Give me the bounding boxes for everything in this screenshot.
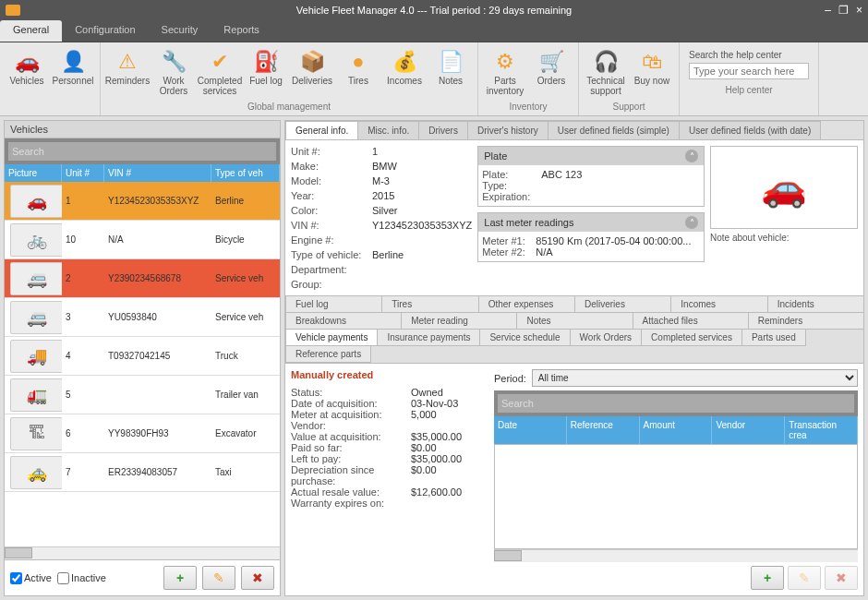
plate-collapse-icon[interactable]: ˄ (685, 150, 698, 162)
detail-row: Warranty expires on: (291, 498, 485, 509)
subtab-service-schedule[interactable]: Service schedule (479, 329, 570, 346)
col-unit[interactable]: Unit # (62, 164, 104, 182)
tab-user-defined-fields-with-date-[interactable]: User defined fields (with date) (679, 121, 821, 139)
technical-support-icon: 🎧 (594, 50, 619, 74)
minimize-button[interactable]: – (825, 4, 831, 17)
table-row[interactable]: 🚕7ER23394083057Taxi (5, 453, 280, 492)
subtab-deliveries[interactable]: Deliveries (574, 295, 671, 313)
ribbon-orders[interactable]: 🛒Orders (528, 48, 574, 88)
subtab-tires[interactable]: Tires (381, 295, 478, 313)
ribbon-vehicles[interactable]: 🚗Vehicles (4, 48, 50, 88)
delete-payment-button[interactable]: ✖ (825, 566, 858, 590)
ribbon-fuel-log[interactable]: ⛽Fuel log (243, 48, 289, 88)
ribbon-completed-services[interactable]: ✔Completed services (197, 48, 243, 98)
ribbon-work-orders[interactable]: 🔧Work Orders (151, 48, 197, 98)
subtab-breakdowns[interactable]: Breakdowns (285, 312, 402, 330)
info-row: Type of vehicle:Berline (291, 249, 472, 260)
inactive-checkbox[interactable]: Inactive (57, 572, 106, 584)
menu-configuration[interactable]: Configuration (62, 20, 148, 42)
ribbon-tires[interactable]: ●Tires (335, 48, 381, 88)
subtab-parts-used[interactable]: Parts used (741, 329, 806, 346)
ribbon-buy-now[interactable]: 🛍Buy now (629, 48, 675, 88)
col-date[interactable]: Date (494, 416, 567, 444)
menu-reports[interactable]: Reports (211, 20, 272, 42)
ribbon-incomes[interactable]: 💰Incomes (381, 48, 428, 88)
col-vendor[interactable]: Vendor (712, 416, 785, 444)
edit-vehicle-button[interactable]: ✎ (202, 566, 235, 590)
meter-collapse-icon[interactable]: ˄ (685, 216, 698, 229)
subtab-notes[interactable]: Notes (516, 312, 633, 330)
subtab-attached-files[interactable]: Attached files (633, 312, 749, 330)
table-row[interactable]: 🚐3YU0593840Service veh (5, 298, 280, 337)
restore-button[interactable]: ❐ (838, 4, 849, 17)
table-row[interactable]: 🏗6YY98390FH93Excavator (5, 414, 280, 453)
subtab-insurance-payments[interactable]: Insurance payments (377, 329, 480, 346)
table-row[interactable]: 🚐2Y2390234568678Service veh (5, 259, 280, 298)
ribbon-reminders[interactable]: ⚠Reminders (104, 48, 151, 88)
subtab-incidents[interactable]: Incidents (767, 295, 864, 313)
payments-table-body[interactable] (494, 444, 858, 549)
add-vehicle-button[interactable]: + (163, 566, 197, 590)
vehicle-thumb-icon: 🚚 (10, 340, 62, 373)
col-type[interactable]: Type of veh (211, 164, 280, 182)
col-transaction-crea[interactable]: Transaction crea (785, 416, 858, 444)
table-row[interactable]: 🚚4T09327042145Truck (5, 337, 280, 376)
notes-icon: 📄 (439, 50, 464, 74)
payments-hscroll[interactable] (494, 549, 858, 562)
ribbon-group-label: Support (583, 102, 675, 114)
info-row: Group: (291, 279, 472, 290)
edit-payment-button[interactable]: ✎ (788, 566, 821, 590)
ribbon-notes[interactable]: 📄Notes (428, 48, 474, 88)
general-info-section: Unit #:1Make:BMWModel:M-3Year:2015Color:… (285, 140, 863, 295)
subtab-fuel-log[interactable]: Fuel log (285, 295, 382, 313)
ribbon-personnel[interactable]: 👤Personnel (50, 48, 96, 88)
buy-now-icon: 🛍 (642, 50, 662, 74)
help-search-input[interactable] (689, 63, 809, 79)
col-amount[interactable]: Amount (640, 416, 713, 444)
table-row[interactable]: 🚲10N/ABicycle (5, 221, 280, 259)
app-logo-icon (6, 5, 20, 16)
subtab-work-orders[interactable]: Work Orders (570, 329, 643, 346)
payments-search-input[interactable] (498, 394, 854, 413)
add-payment-button[interactable]: + (751, 566, 784, 590)
ribbon-deliveries[interactable]: 📦Deliveries (289, 48, 335, 88)
active-checkbox[interactable]: Active (10, 572, 52, 584)
ribbon-parts-inventory[interactable]: ⚙Parts inventory (482, 48, 528, 98)
close-button[interactable]: × (856, 4, 862, 17)
parts-inventory-icon: ⚙ (496, 50, 514, 74)
vehicle-thumb-icon: 🚕 (10, 456, 62, 489)
subtab-incomes[interactable]: Incomes (670, 295, 767, 313)
detail-row: Value at acquisition:$35,000.00 (291, 431, 485, 442)
detail-panel: General info.Misc. info.DriversDriver's … (284, 120, 864, 596)
tab-misc-info-[interactable]: Misc. info. (357, 121, 419, 139)
delete-vehicle-button[interactable]: ✖ (241, 566, 274, 590)
table-row[interactable]: 🚛5Trailer van (5, 376, 280, 414)
ribbon: 🚗Vehicles👤Personnel⚠Reminders🔧Work Order… (0, 42, 868, 116)
info-row: Model:M-3 (291, 175, 472, 186)
tab-general-info-[interactable]: General info. (285, 121, 358, 139)
subtab-meter-reading[interactable]: Meter reading (401, 312, 517, 330)
subtab-reminders[interactable]: Reminders (748, 312, 864, 330)
tab-driver-s-history[interactable]: Driver's history (467, 121, 549, 139)
ribbon-technical-support[interactable]: 🎧Technical support (583, 48, 629, 98)
subtab-vehicle-payments[interactable]: Vehicle payments (285, 329, 378, 346)
vehicles-table-body[interactable]: 🚗1Y1234523035353XYZBerline🚲10N/ABicycle🚐… (5, 182, 280, 546)
menu-security[interactable]: Security (149, 20, 211, 42)
subtab-reference-parts[interactable]: Reference parts (285, 345, 371, 363)
col-reference[interactable]: Reference (567, 416, 640, 444)
manually-created-label: Manually created (291, 369, 485, 380)
detail-row: Paid so far:$0.00 (291, 442, 485, 453)
incomes-icon: 💰 (392, 50, 417, 74)
tab-drivers[interactable]: Drivers (418, 121, 468, 139)
menu-general[interactable]: General (0, 20, 62, 42)
subtab-completed-services[interactable]: Completed services (641, 329, 742, 346)
vehicles-hscroll[interactable] (5, 546, 280, 559)
tab-user-defined-fields-simple-[interactable]: User defined fields (simple) (548, 121, 680, 139)
period-select[interactable]: All time (532, 369, 858, 387)
col-picture[interactable]: Picture (5, 164, 62, 182)
plate-row: Type: (482, 180, 700, 191)
table-row[interactable]: 🚗1Y1234523035353XYZBerline (5, 182, 280, 221)
vehicles-search-input[interactable] (8, 142, 276, 161)
subtab-other-expenses[interactable]: Other expenses (478, 295, 575, 313)
col-vin[interactable]: VIN # (104, 164, 211, 182)
